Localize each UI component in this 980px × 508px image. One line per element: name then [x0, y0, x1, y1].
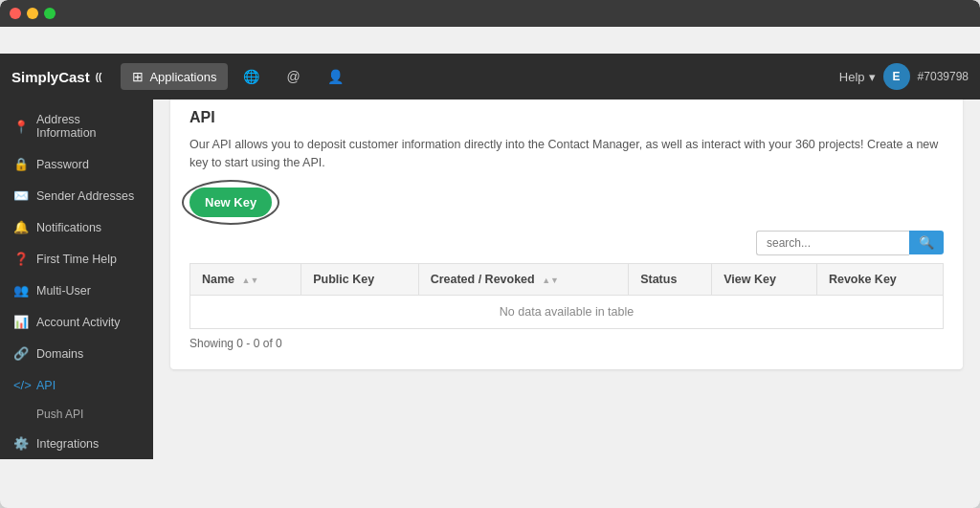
col-name: Name ▲▼ [190, 263, 301, 295]
search-input[interactable] [756, 231, 909, 255]
user-avatar[interactable]: E [883, 63, 910, 90]
address-icon: 📍 [13, 120, 29, 134]
sidebar-item-address[interactable]: 📍 Address Information [0, 104, 153, 148]
sidebar-item-sender[interactable]: ✉️ Sender Addresses [0, 180, 153, 211]
integrations-icon: ⚙️ [13, 436, 29, 451]
user-icon: 👤 [327, 69, 344, 84]
empty-message: No data available in table [190, 295, 944, 328]
table-header-row: Name ▲▼ Public Key Created / Revoked ▲▼ [190, 263, 944, 295]
nav-right: Help ▾ E #7039798 [839, 63, 969, 90]
sidebar-item-firsttime[interactable]: ❓ First Time Help [0, 243, 153, 275]
card-title: API [189, 109, 944, 126]
help-label: Help [839, 70, 865, 84]
sidebar-item-integrations[interactable]: ⚙️ Integrations [0, 428, 153, 459]
sidebar-item-notifications[interactable]: 🔔 Notifications [0, 211, 153, 243]
showing-text: Showing 0 - 0 of 0 [189, 337, 282, 350]
content-area: API Our API allows you to deposit custom… [153, 73, 980, 459]
search-box: 🔍 [756, 231, 944, 255]
main-layout: 👤 Profile 📍 Address Information 🔒 Passwo… [0, 73, 980, 459]
sidebar-item-domains[interactable]: 🔗 Domains [0, 338, 153, 369]
app-window: SimplyCast (( ⊞ Applications 🌐 @ 👤 Help … [0, 0, 980, 508]
col-view-key: View Key [712, 263, 817, 295]
sidebar-item-api-label: API [36, 379, 56, 392]
api-card: API Our API allows you to deposit custom… [170, 90, 963, 369]
multiuser-icon: 👥 [13, 283, 29, 298]
notifications-icon: 🔔 [13, 220, 29, 234]
new-key-button[interactable]: New Key [189, 188, 272, 217]
table-empty-row: No data available in table [190, 295, 944, 328]
password-icon: 🔒 [13, 157, 29, 171]
card-description: Our API allows you to deposit customer i… [189, 136, 944, 172]
new-key-wrapper: New Key [189, 188, 272, 217]
activity-icon: 📊 [13, 315, 29, 329]
help-chevron-icon: ▾ [869, 70, 876, 84]
brand-logo[interactable]: SimplyCast (( [11, 69, 117, 85]
sidebar-item-sender-label: Sender Addresses [36, 189, 134, 203]
sidebar-item-password-label: Password [36, 158, 89, 171]
close-button[interactable] [10, 8, 21, 19]
user-initial: E [893, 70, 901, 83]
sidebar-item-pushapi-label: Push API [36, 408, 83, 421]
sidebar-item-firsttime-label: First Time Help [36, 253, 117, 266]
search-button[interactable]: 🔍 [909, 231, 944, 254]
sidebar-item-multiuser-label: Multi-User [36, 284, 91, 298]
sidebar-item-notifications-label: Notifications [36, 221, 101, 234]
sidebar-item-domains-label: Domains [36, 347, 83, 361]
at-icon: @ [286, 69, 300, 84]
sidebar-item-address-label: Address Information [36, 113, 140, 140]
api-keys-table: Name ▲▼ Public Key Created / Revoked ▲▼ [189, 263, 944, 329]
user-id: #7039798 [918, 70, 969, 83]
table-footer: Showing 0 - 0 of 0 [189, 337, 944, 350]
sidebar-item-pushapi[interactable]: Push API [0, 401, 153, 428]
sidebar-item-api[interactable]: </> API [0, 369, 153, 401]
top-nav: SimplyCast (( ⊞ Applications 🌐 @ 👤 Help … [0, 54, 980, 99]
globe-icon: 🌐 [243, 69, 259, 84]
brand-name: SimplyCast [11, 69, 90, 85]
nav-user[interactable]: 👤 [316, 63, 355, 90]
sort-name-icon[interactable]: ▲▼ [242, 276, 259, 285]
sidebar-item-password[interactable]: 🔒 Password [0, 148, 153, 180]
nav-applications[interactable]: ⊞ Applications [121, 63, 228, 90]
nav-applications-label: Applications [149, 70, 216, 84]
sidebar-item-activity[interactable]: 📊 Account Activity [0, 306, 153, 338]
sort-created-icon[interactable]: ▲▼ [542, 276, 559, 285]
sidebar-item-multiuser[interactable]: 👥 Multi-User [0, 275, 153, 306]
brand-icon: (( [96, 72, 102, 82]
table-toolbar: 🔍 [189, 231, 944, 255]
nav-globe[interactable]: 🌐 [232, 63, 271, 90]
maximize-button[interactable] [44, 8, 56, 19]
col-public-key: Public Key [301, 263, 418, 295]
col-status: Status [629, 263, 712, 295]
sidebar-item-activity-label: Account Activity [36, 316, 121, 329]
title-bar [0, 0, 980, 27]
api-icon: </> [13, 378, 29, 392]
sidebar: 👤 Profile 📍 Address Information 🔒 Passwo… [0, 73, 153, 459]
sidebar-item-integrations-label: Integrations [36, 437, 99, 451]
col-revoke-key: Revoke Key [816, 263, 943, 295]
nav-at[interactable]: @ [275, 63, 311, 90]
firsttime-icon: ❓ [13, 252, 29, 266]
domains-icon: 🔗 [13, 346, 29, 361]
sender-icon: ✉️ [13, 188, 29, 203]
col-created-revoked: Created / Revoked ▲▼ [418, 263, 629, 295]
help-button[interactable]: Help ▾ [839, 70, 876, 84]
minimize-button[interactable] [27, 8, 38, 19]
apps-icon: ⊞ [132, 69, 144, 84]
